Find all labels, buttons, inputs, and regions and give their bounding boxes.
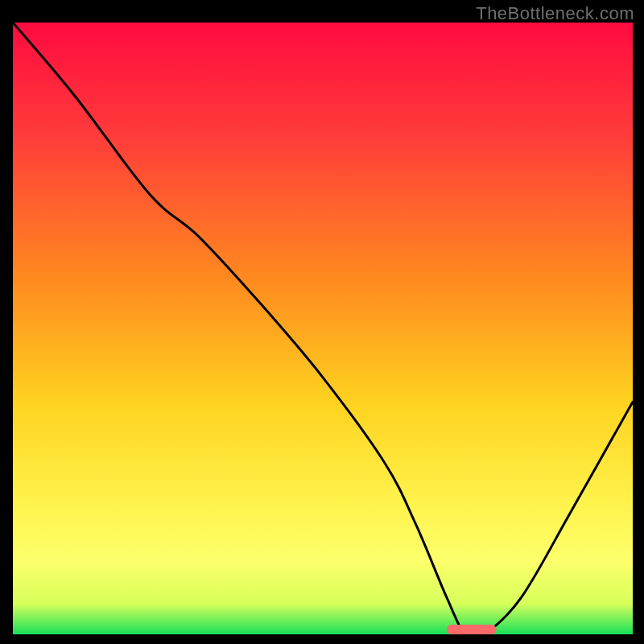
bottleneck-chart — [13, 23, 633, 634]
watermark-label: TheBottleneck.com — [476, 3, 634, 24]
plot-area — [13, 23, 633, 634]
optimal-marker — [447, 625, 497, 634]
chart-frame: TheBottleneck.com — [0, 0, 644, 644]
